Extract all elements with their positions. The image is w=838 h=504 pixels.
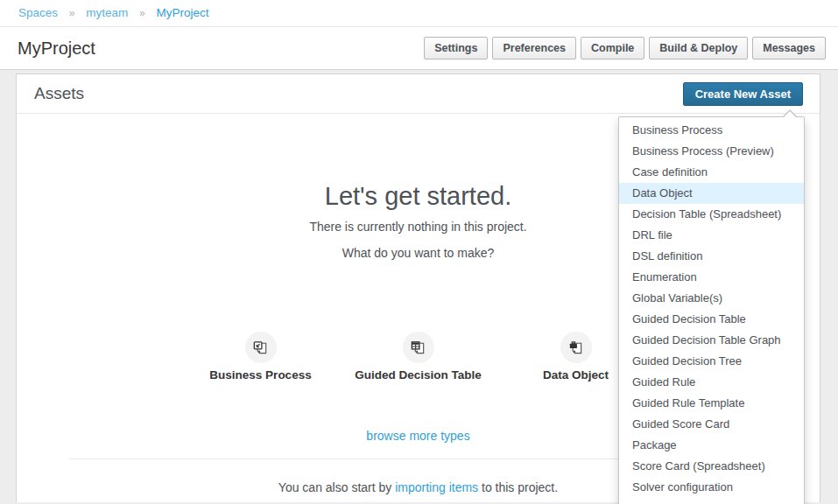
dropdown-item[interactable]: Global Variable(s) [619, 288, 804, 309]
importing-items-link[interactable]: importing items [395, 480, 478, 494]
compile-button[interactable]: Compile [581, 37, 644, 60]
dropdown-list: Business ProcessBusiness Process (Previe… [619, 117, 804, 504]
breadcrumb: Spaces » myteam » MyProject [0, 0, 838, 27]
dropdown-item[interactable]: Business Process (Preview) [619, 141, 804, 162]
create-asset-dropdown: Business ProcessBusiness Process (Previe… [618, 116, 805, 504]
guided-decision-table-icon [403, 332, 434, 363]
dropdown-item[interactable]: Guided Decision Tree [619, 351, 804, 372]
header-actions: Settings Preferences Compile Build & Dep… [424, 37, 826, 60]
dropdown-item[interactable]: Guided Score Card [619, 414, 804, 435]
import-hint-prefix: You can also start by [278, 480, 391, 494]
dropdown-item[interactable]: Enumeration [619, 267, 804, 288]
import-hint-suffix: to this project. [482, 480, 558, 494]
dropdown-item[interactable]: Package [619, 435, 804, 456]
dropdown-item[interactable]: Score Card (Spreadsheet) [619, 456, 804, 477]
messages-button[interactable]: Messages [752, 37, 826, 60]
dropdown-item[interactable]: Business Process [619, 120, 804, 141]
project-header: MyProject Settings Preferences Compile B… [0, 27, 838, 70]
dropdown-item[interactable]: DRL file [619, 225, 804, 246]
business-process-icon [245, 332, 277, 363]
create-new-asset-button[interactable]: Create New Asset [683, 82, 803, 106]
settings-button[interactable]: Settings [424, 37, 488, 60]
breadcrumb-separator: » [69, 7, 75, 19]
quick-item-label: Guided Decision Table [340, 368, 497, 382]
assets-title: Assets [34, 84, 84, 103]
breadcrumb-spaces[interactable]: Spaces [18, 6, 58, 19]
assets-toolbar: Assets Create New Asset [17, 74, 820, 114]
breadcrumb-myproject[interactable]: MyProject [156, 6, 208, 19]
dropdown-item[interactable]: Guided Decision Table Graph [619, 330, 804, 351]
quick-item-label: Business Process [182, 368, 340, 382]
dropdown-item[interactable]: Guided Decision Table [619, 309, 804, 330]
page-title: MyProject [18, 38, 95, 59]
dropdown-item[interactable]: Data Object [619, 183, 804, 204]
quick-create-business-process[interactable]: Business Process [182, 332, 340, 382]
build-deploy-button[interactable]: Build & Deploy [649, 37, 748, 60]
dropdown-item[interactable]: Guided Rule [619, 372, 804, 393]
dropdown-item[interactable]: Guided Rule Template [619, 393, 804, 414]
preferences-button[interactable]: Preferences [492, 37, 576, 60]
dropdown-item[interactable]: DSL definition [619, 246, 804, 267]
data-object-icon [560, 332, 592, 363]
dropdown-item[interactable]: Solver configuration [619, 477, 804, 498]
breadcrumb-myteam[interactable]: myteam [86, 6, 128, 19]
dropdown-item[interactable]: Decision Table (Spreadsheet) [619, 204, 804, 225]
quick-create-guided-decision-table[interactable]: Guided Decision Table [340, 332, 497, 382]
browse-more-types-link[interactable]: browse more types [366, 429, 469, 443]
dropdown-item[interactable]: Case definition [619, 162, 804, 183]
breadcrumb-separator: » [139, 7, 145, 19]
